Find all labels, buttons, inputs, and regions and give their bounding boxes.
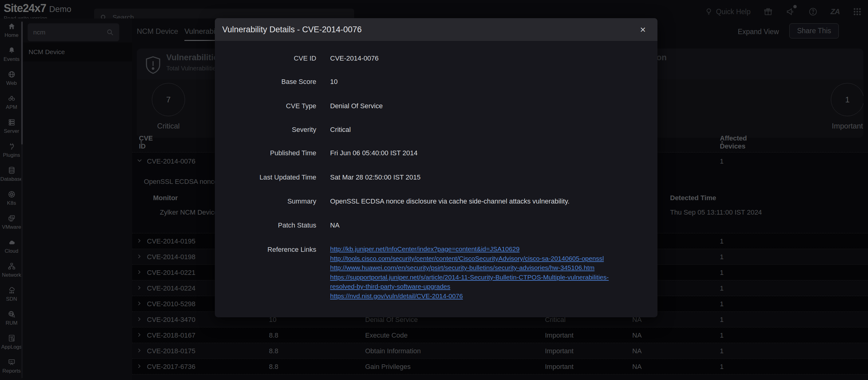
field-patch-status: Patch StatusNA (215, 222, 645, 229)
close-icon[interactable]: × (640, 25, 646, 34)
field-published-time: Published TimeFri Jun 06 05:40:00 IST 20… (215, 149, 645, 157)
field-summary: SummaryOpenSSL ECDSA nonce disclosure vi… (215, 197, 645, 205)
modal-header: Vulnerability Details - CVE-2014-0076 × (215, 18, 657, 41)
field-base-score: Base Score10 (215, 78, 645, 86)
vulnerability-details-modal: Vulnerability Details - CVE-2014-0076 × … (215, 18, 657, 317)
reference-links-list: http://kb.juniper.net/InfoCenter/index?p… (330, 244, 625, 301)
reference-link[interactable]: http://tools.cisco.com/security/center/c… (330, 254, 625, 263)
modal-title: Vulnerability Details - CVE-2014-0076 (222, 25, 362, 34)
reference-link[interactable]: http://www.huawei.com/en/security/psirt/… (330, 263, 625, 273)
field-last-updated-time: Last Updated TimeSat Mar 28 02:50:00 IST… (215, 173, 645, 181)
reference-link[interactable]: http://kb.juniper.net/InfoCenter/index?p… (330, 244, 625, 254)
reference-link[interactable]: https://nvd.nist.gov/vuln/detail/CVE-201… (330, 291, 625, 301)
app-root: Site24x7Demo Read-write version Quick He… (0, 0, 868, 380)
field-severity: SeverityCritical (215, 126, 645, 134)
reference-link[interactable]: https://supportportal.juniper.net/s/arti… (330, 273, 625, 291)
field-cve-type: CVE TypeDenial Of Service (215, 102, 645, 110)
field-cve-id: CVE IDCVE-2014-0076 (215, 54, 645, 62)
